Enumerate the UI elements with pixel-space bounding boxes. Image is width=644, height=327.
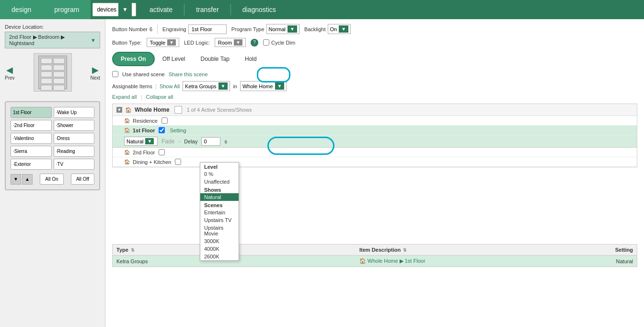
use-shared-scene-checkbox[interactable]: [112, 71, 118, 77]
prev-button[interactable]: ◀ Prev: [5, 65, 15, 81]
dropdown-upstairs-tv[interactable]: Upstairs TV: [200, 216, 239, 224]
table-row: Ketra Groups 🏠 Whole Home ▶ 1st Floor Na…: [113, 256, 637, 267]
keypad-btn-valentino[interactable]: ·Valentino: [11, 133, 52, 144]
delay-input[interactable]: [201, 137, 220, 146]
keypad-btn-sierra[interactable]: ·Sierra: [11, 146, 52, 157]
seconds-label: s: [224, 139, 227, 144]
tree-root-toggle[interactable]: ▼: [116, 107, 122, 113]
keypad-btn-wake-up[interactable]: ·Wake Up: [54, 107, 95, 118]
program-type-label: Program Type: [231, 26, 264, 32]
button-type-arrow: ▼: [167, 39, 176, 46]
all-on-button[interactable]: All On: [40, 174, 63, 185]
keypad-down-arrow[interactable]: ▲: [22, 174, 33, 185]
keypad-btn-exterior[interactable]: ·Exterior: [11, 159, 52, 170]
keypad-btn-1st-floor[interactable]: 1st Floor: [11, 107, 52, 118]
device-location-select[interactable]: 2nd Floor ▶ Bedroom ▶ Nightstand ▼: [5, 32, 100, 48]
next-button[interactable]: ▶ Next: [90, 65, 100, 81]
dropdown-upstairs-movie[interactable]: Upstairs Movie: [200, 224, 239, 237]
tree-root-icon: 🏠: [125, 107, 132, 113]
dropdown-unaffected[interactable]: Unaffected: [200, 178, 239, 186]
tree-count: 1 of 4 Active Scenes/Shows: [187, 107, 252, 113]
device-btn-6: [53, 71, 65, 77]
button-type-row: Button Type: Toggle ▼ LED Logic: Room ▼ …: [112, 38, 637, 47]
led-logic-select[interactable]: Room ▼: [215, 38, 246, 47]
tree-root-checkbox[interactable]: [174, 106, 182, 114]
device-btn-8: [53, 78, 65, 84]
nav-devices-arrow[interactable]: ▼: [118, 3, 132, 16]
fade-label: Fade: [161, 138, 174, 145]
all-off-button[interactable]: All Off: [71, 174, 94, 185]
2nd-floor-icon: 🏠: [124, 150, 130, 155]
dining-kitchen-checkbox[interactable]: [175, 159, 181, 165]
dropdown-2600k[interactable]: 2600K: [200, 253, 239, 260]
assignable-items-row: Assignable Items | Show All Ketra Groups…: [112, 81, 637, 91]
share-this-scene-link[interactable]: Share this scene: [169, 71, 208, 77]
tab-double-tap[interactable]: Double Tap: [193, 52, 238, 66]
expand-all-link[interactable]: Expand all: [112, 94, 137, 101]
collapse-all-link[interactable]: Collapse all: [146, 94, 173, 101]
whole-home-arrow: ▼: [275, 82, 285, 90]
backlight-select[interactable]: On ▼: [328, 24, 351, 34]
engraving-input[interactable]: [188, 24, 227, 34]
bottom-table: Type ⇅ Item Description ⇅ Setting Ketra …: [112, 244, 637, 267]
fade-dash: -: [178, 138, 180, 145]
nav-transfer[interactable]: transfer: [184, 0, 230, 19]
nav-devices-select[interactable]: devices ▼: [92, 3, 136, 16]
dropdown-0-percent[interactable]: 0 %: [200, 170, 239, 178]
device-btn-3: [41, 65, 52, 70]
nav-design[interactable]: design: [0, 0, 43, 19]
1st-floor-label: 1st Floor: [133, 128, 155, 133]
dropdown-natural[interactable]: Natural: [200, 193, 239, 201]
2nd-floor-checkbox[interactable]: [159, 149, 165, 155]
sort-description-icon[interactable]: ⇅: [403, 248, 407, 253]
keypad-btn-shower[interactable]: ·Shower: [54, 120, 95, 131]
residence-checkbox[interactable]: [161, 117, 168, 124]
sort-type-icon[interactable]: ⇅: [131, 248, 135, 253]
top-navigation: design program devices ▼ activate transf…: [0, 0, 644, 19]
show-all-link[interactable]: Show All: [160, 83, 180, 89]
program-type-arrow: ▼: [288, 25, 297, 33]
device-btn-5: [41, 71, 52, 77]
nav-program[interactable]: program: [43, 0, 91, 19]
cell-item-description: 🏠 Whole Home ▶ 1st Floor: [356, 256, 598, 267]
settings-natural-select[interactable]: Natural ▼: [124, 137, 158, 146]
ketra-groups-select[interactable]: Ketra Groups ▼: [183, 81, 230, 91]
keypad-btn-tv[interactable]: ·TV: [54, 159, 95, 170]
help-button[interactable]: ?: [251, 39, 258, 47]
button-number-label: Button Number: [112, 26, 148, 32]
cycle-dim-checkbox[interactable]: [263, 39, 269, 46]
device-btn-10: [53, 85, 65, 91]
button-type-label: Button Type:: [112, 40, 142, 46]
tab-off-level[interactable]: Off Level: [155, 52, 193, 66]
button-type-select[interactable]: Toggle ▼: [147, 38, 179, 47]
keypad-arrows: ▼ ▲: [11, 174, 33, 185]
dropdown-4000k[interactable]: 4000K: [200, 245, 239, 253]
ketra-groups-arrow: ▼: [218, 82, 228, 90]
tree-root-label: Whole Home: [135, 106, 170, 113]
tab-press-on[interactable]: Press On: [112, 52, 155, 66]
nav-diagnostics[interactable]: diagnostics: [231, 0, 288, 19]
tab-hold[interactable]: Hold: [237, 52, 264, 66]
keypad-btn-dress[interactable]: ·Dress: [54, 133, 95, 144]
device-btn-1: [41, 58, 52, 64]
nav-activate[interactable]: activate: [138, 0, 184, 19]
keypad-btn-reading[interactable]: ·Reading: [54, 146, 95, 157]
keypad-footer: ▼ ▲ All On All Off: [11, 174, 94, 185]
dropdown-entertain[interactable]: Entertain: [200, 209, 239, 216]
1st-floor-settings-link[interactable]: Setting: [170, 128, 186, 133]
button-number-group: Button Number 6: [112, 26, 152, 32]
keypad-btn-2nd-floor[interactable]: ·2nd Floor: [11, 120, 52, 131]
shared-scene-row: Use shared scene Share this scene: [112, 71, 637, 77]
keypad-grid: 1st Floor ·Wake Up ·2nd Floor ·Shower ·V…: [11, 107, 94, 170]
tree-item-dining-kitchen: 🏠 Dining + Kitchen: [113, 157, 637, 167]
1st-floor-checkbox[interactable]: [159, 127, 165, 133]
button-number-value: 6: [150, 26, 152, 32]
backlight-label: Backlight: [304, 26, 326, 32]
engraving-group: Engraving: [162, 24, 227, 34]
device-btn-9: [41, 85, 52, 91]
dropdown-3000k[interactable]: 3000K: [200, 237, 239, 245]
whole-home-select[interactable]: Whole Home ▼: [240, 81, 287, 91]
keypad-up-arrow[interactable]: ▼: [11, 174, 21, 185]
delay-label: Delay: [184, 139, 197, 144]
program-type-select[interactable]: Normal ▼: [266, 24, 299, 34]
